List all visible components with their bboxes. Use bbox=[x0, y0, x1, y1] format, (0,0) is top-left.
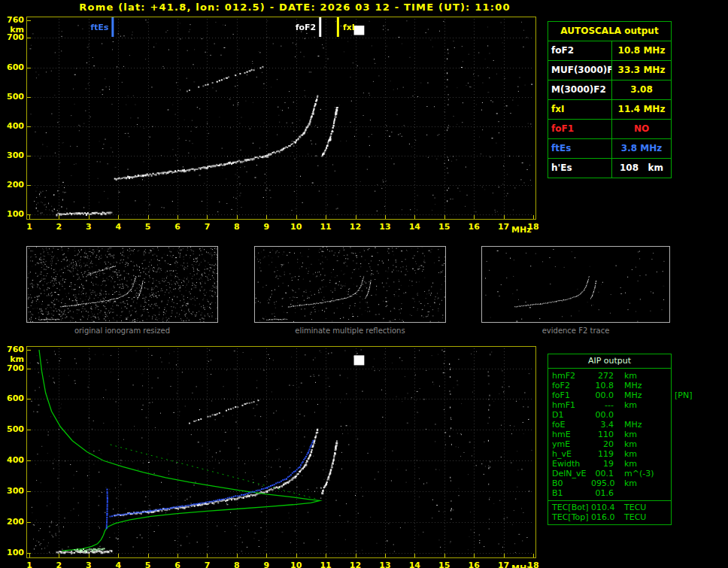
y-tick-label: 600 bbox=[4, 63, 24, 72]
x-tick-label: 12 bbox=[348, 223, 363, 232]
aip-parameter-label: ymE bbox=[548, 439, 591, 449]
y-tick-label: 200 bbox=[4, 518, 24, 527]
thumbnail-original-ionogram bbox=[26, 246, 218, 323]
x-tick-label: 16 bbox=[466, 561, 481, 568]
autoscala-parameter-label: h'Es bbox=[548, 159, 612, 178]
autoscala-parameter-label: MUF(3000)F2 bbox=[548, 61, 612, 80]
y-axis-unit-label: km bbox=[4, 355, 24, 364]
autoscala-parameter-value: 3.08 bbox=[612, 80, 671, 99]
x-axis-unit-label: MHz bbox=[511, 226, 532, 235]
aip-parameter-value: 00.0 bbox=[591, 390, 614, 400]
thumbnail-caption: eliminate multiple reflections bbox=[254, 327, 446, 335]
x-tick-label: 8 bbox=[229, 223, 244, 232]
aip-parameter-value: 010.4 bbox=[591, 503, 614, 512]
aip-row: hmF2272km bbox=[548, 371, 671, 381]
aip-row: foF100.0MHz[PN] bbox=[548, 390, 671, 400]
thumbnail-original-canvas bbox=[27, 247, 217, 322]
aip-parameter-unit: km bbox=[614, 430, 637, 439]
aip-row: Ewidth19km bbox=[548, 459, 671, 469]
autoscala-row: foF1NO bbox=[548, 120, 671, 139]
x-tick-label: 16 bbox=[466, 223, 481, 232]
x-tick-label: 5 bbox=[141, 561, 156, 568]
x-tick-label: 5 bbox=[141, 223, 156, 232]
autoscala-parameter-label: fxI bbox=[548, 100, 612, 119]
x-tick-label: 14 bbox=[407, 561, 422, 568]
aip-row: B0095.0km bbox=[548, 478, 671, 488]
aip-parameter-value: 00.0 bbox=[591, 410, 614, 420]
aip-parameter-value: 272 bbox=[591, 371, 614, 381]
aip-parameter-label: TEC[Top] bbox=[548, 512, 591, 522]
autoscala-row: fxI11.4 MHz bbox=[548, 100, 671, 120]
y-tick-label: 760 bbox=[4, 16, 24, 25]
aip-parameter-label: TEC[Bot] bbox=[548, 503, 591, 512]
y-tick-label: 300 bbox=[4, 151, 24, 160]
station-title: Rome (lat: +41.8, lon: 012.5) - DATE: 20… bbox=[26, 2, 563, 13]
aip-parameter-label: foF1 bbox=[548, 390, 591, 400]
x-tick-label: 9 bbox=[259, 561, 274, 568]
aip-parameter-label: DelN_vE bbox=[548, 469, 591, 478]
autoscala-row: foF210.8 MHz bbox=[548, 41, 671, 61]
aip-parameter-unit: MHz bbox=[614, 390, 642, 400]
aip-parameter-unit: km bbox=[614, 478, 637, 488]
aip-row: DelN_vE00.1m^(-3) bbox=[548, 469, 671, 478]
thumbnail-evidence-canvas bbox=[482, 247, 669, 322]
y-tick-label: 400 bbox=[4, 456, 24, 465]
x-tick-label: 14 bbox=[407, 223, 422, 232]
aip-parameter-value: 20 bbox=[591, 439, 614, 449]
aip-header: AIP output bbox=[548, 354, 671, 369]
aip-parameter-label: hmF1 bbox=[548, 400, 591, 410]
x-tick-label: 7 bbox=[199, 223, 214, 232]
aip-parameter-label: B1 bbox=[548, 488, 591, 498]
top-ionogram-canvas bbox=[27, 17, 535, 219]
aip-parameter-value: --- bbox=[591, 400, 614, 410]
aip-parameter-unit: TECU bbox=[614, 512, 646, 522]
y-tick-label: 300 bbox=[4, 487, 24, 496]
aip-panel: AIP output hmF2272kmfoF210.8MHzfoF100.0M… bbox=[548, 354, 672, 525]
autoscala-parameter-label: M(3000)F2 bbox=[548, 80, 612, 99]
autoscala-parameter-value: 11.4 MHz bbox=[612, 100, 671, 119]
x-tick-label: 10 bbox=[289, 561, 304, 568]
autoscala-row: h'Es108 km bbox=[548, 159, 671, 178]
aip-parameter-unit: km bbox=[614, 459, 637, 469]
y-tick-label: 500 bbox=[4, 425, 24, 434]
aip-parameter-value: 119 bbox=[591, 449, 614, 459]
autoscala-parameter-value: 10.8 MHz bbox=[612, 41, 671, 60]
y-tick-label: 700 bbox=[4, 364, 24, 373]
x-tick-label: 2 bbox=[51, 561, 66, 568]
aip-parameter-unit: MHz bbox=[614, 420, 642, 430]
x-tick-label: 4 bbox=[111, 561, 126, 568]
thumbnail-evidence-f2 bbox=[481, 246, 670, 323]
x-tick-label: 2 bbox=[51, 223, 66, 232]
x-tick-label: 1 bbox=[22, 223, 37, 232]
aip-parameter-label: hmF2 bbox=[548, 371, 591, 381]
y-tick-label: 700 bbox=[4, 33, 24, 42]
aip-row: h_vE119km bbox=[548, 449, 671, 459]
aip-row: ymE20km bbox=[548, 439, 671, 449]
x-tick-label: 15 bbox=[437, 561, 452, 568]
aip-parameter-unit bbox=[614, 410, 624, 420]
bottom-profile-plot bbox=[26, 346, 536, 558]
aip-parameter-unit: TECU bbox=[614, 503, 646, 512]
aip-parameter-label: D1 bbox=[548, 410, 591, 420]
x-tick-label: 7 bbox=[199, 561, 214, 568]
autoscala-parameter-label: ftEs bbox=[548, 139, 612, 158]
aip-row: foE3.4MHz bbox=[548, 420, 671, 430]
autoscala-parameter-label: foF2 bbox=[548, 41, 612, 60]
autoscala-parameter-label: foF1 bbox=[548, 120, 612, 138]
autoscala-row: M(3000)F23.08 bbox=[548, 80, 671, 100]
aip-rows: hmF2272kmfoF210.8MHzfoF100.0MHz[PN]hmF1-… bbox=[548, 371, 671, 498]
aip-parameter-unit: m^(-3) bbox=[614, 469, 654, 478]
aip-parameter-value: 3.4 bbox=[591, 420, 614, 430]
aip-parameter-value: 016.0 bbox=[591, 512, 614, 522]
x-tick-label: 3 bbox=[81, 223, 96, 232]
x-tick-label: 1 bbox=[22, 561, 37, 568]
x-tick-label: 4 bbox=[111, 223, 126, 232]
thumbnail-eliminate-canvas bbox=[255, 247, 445, 322]
x-tick-label: 6 bbox=[170, 223, 185, 232]
x-tick-label: 12 bbox=[348, 561, 363, 568]
x-tick-label: 9 bbox=[259, 223, 274, 232]
aip-parameter-label: h_vE bbox=[548, 449, 591, 459]
x-tick-label: 11 bbox=[318, 223, 333, 232]
aip-parameter-note: [PN] bbox=[675, 390, 692, 400]
aip-parameter-value: 01.6 bbox=[591, 488, 614, 498]
